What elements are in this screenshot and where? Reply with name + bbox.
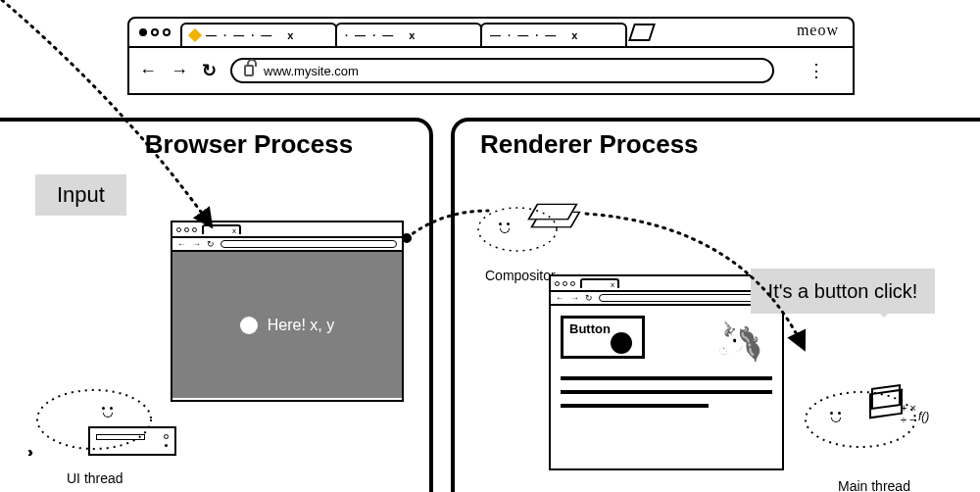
chevrons-icon: ››› [27,444,29,460]
toolbar: ← → ↻ www.mysite.com ⋮ [129,48,853,93]
menu-button[interactable]: ⋮ [808,69,825,73]
tab-title: — · — · — [206,29,273,41]
smiley-icon [98,405,120,420]
renderer-page: x ←→↻ Button 🦄 [549,274,784,470]
new-tab-button[interactable] [628,24,656,41]
browser-window: — · — · — x · — · — x — · — · — x meow ←… [127,17,855,95]
reload-button[interactable]: ↻ [202,60,217,81]
layers-icon [532,199,575,232]
rendered-content: Button 🦄 [551,306,782,427]
function-icon: f() [918,410,929,423]
click-point-icon [240,317,258,334]
maximize-icon[interactable] [163,28,171,36]
click-coords-text: Here! x, y [268,317,334,334]
browser-process-title: Browser Process [0,129,429,160]
page-button[interactable]: Button [561,316,645,359]
unicorn-icon: 🦄 [715,320,764,366]
book-icon [871,384,901,410]
tab-close-icon[interactable]: x [409,29,415,41]
main-thread-label: Main thread [838,478,910,492]
tab-close-icon[interactable]: x [287,29,293,41]
main-thread: + ×÷ − f() Main thread [808,380,965,478]
ui-thread: ››› UI thread [29,377,196,470]
browser-process-page: x ←→↻ Here! x, y [171,221,404,402]
compositor-label: Compositor [485,268,556,283]
server-icon [88,426,176,456]
forward-button[interactable]: → [171,61,188,81]
lock-icon [244,65,254,76]
tab-close-icon[interactable]: x [571,29,577,41]
mini-toolbar: ←→↻ [551,292,782,306]
minimize-icon[interactable] [151,28,159,36]
mini-toolbar: ←→↻ [172,238,402,252]
ui-thread-label: UI thread [67,470,123,486]
mini-tab: x [202,224,241,234]
page-button-label: Button [569,321,611,336]
favicon-icon [188,28,202,42]
tab-2[interactable]: · — · — x [335,23,482,46]
window-controls[interactable] [139,28,171,36]
mini-tabbar: x [551,276,782,292]
back-button[interactable]: ← [139,61,157,81]
math-icon: + ×÷ − [901,402,916,425]
mini-tab: x [580,278,619,288]
smiley-icon [826,410,848,425]
url-text: www.mysite.com [264,64,359,78]
address-bar[interactable]: www.mysite.com [230,58,774,83]
speech-bubble: It's a button click! [751,269,935,314]
click-target-area: Here! x, y [172,252,402,398]
tab-bar: — · — · — x · — · — x — · — · — x meow [129,19,853,48]
compositor: Compositor [485,191,603,279]
smiley-icon [495,221,516,236]
tab-title: · — · — [345,29,395,41]
input-label: Input [35,174,126,216]
browser-brand: meow [797,22,839,39]
tab-3[interactable]: — · — · — x [480,23,627,46]
close-icon[interactable] [139,28,147,36]
tab-active[interactable]: — · — · — x [180,23,337,46]
mini-tabbar: x [172,222,402,238]
tab-title: — · — · — [490,29,558,41]
cursor-dot-icon [611,332,632,354]
text-lines [561,376,772,408]
renderer-process-title: Renderer Process [455,129,980,160]
